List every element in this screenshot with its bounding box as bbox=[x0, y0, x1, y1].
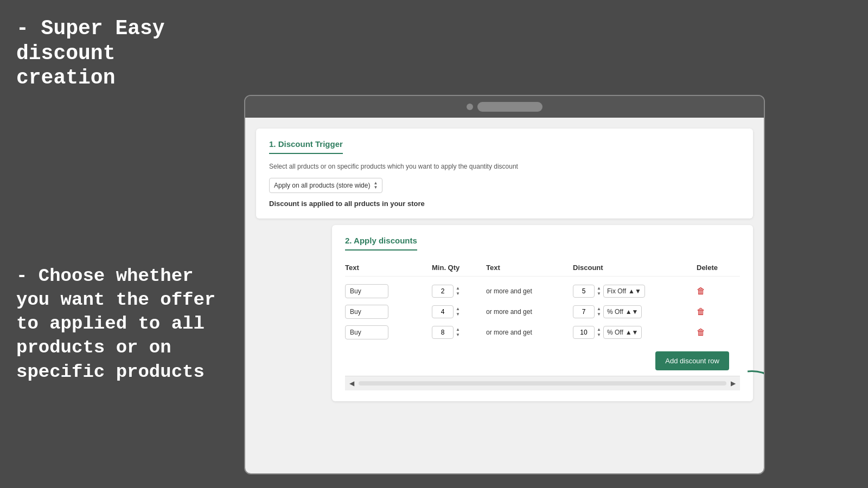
cell-discount-1: ▲▼ Fix Off ▲▼ bbox=[573, 285, 697, 298]
col-header-discount: Discount bbox=[573, 264, 697, 272]
table-row: ▲▼ or more and get ▲▼ % Off ▲▼ 🗑 bbox=[345, 322, 740, 343]
col-header-text2: Text bbox=[486, 264, 573, 272]
discount-type-select-1[interactable]: Fix Off ▲▼ bbox=[603, 285, 645, 298]
table-row: ▲▼ or more and get ▲▼ Fix Off ▲▼ 🗑 bbox=[345, 281, 740, 301]
section-apply-discounts: 2. Apply discounts Text Min. Qty Text Di… bbox=[332, 225, 753, 401]
scroll-track[interactable] bbox=[359, 381, 726, 386]
discount-arrows-3[interactable]: ▲▼ bbox=[597, 327, 601, 337]
scroll-right-arrow[interactable]: ▶ bbox=[731, 380, 736, 387]
cell-delete-1: 🗑 bbox=[697, 286, 740, 296]
discount-type-select-3[interactable]: % Off ▲▼ bbox=[603, 326, 642, 339]
cell-text-1: or more and get bbox=[486, 287, 573, 295]
buy-input-1[interactable] bbox=[345, 284, 388, 298]
qty-input-1[interactable] bbox=[432, 285, 454, 298]
table-header: Text Min. Qty Text Discount Delete bbox=[345, 259, 740, 277]
cell-delete-2: 🗑 bbox=[697, 307, 740, 317]
cell-discount-2: ▲▼ % Off ▲▼ bbox=[573, 305, 697, 318]
arrow-decoration-1 bbox=[742, 366, 764, 409]
discount-type-label-1: Fix Off bbox=[607, 287, 626, 295]
discount-type-arrow-3: ▲▼ bbox=[626, 329, 639, 336]
arrow-decoration-2 bbox=[289, 293, 332, 331]
qty-arrows-2[interactable]: ▲▼ bbox=[456, 306, 460, 317]
discount-num-3[interactable] bbox=[573, 326, 595, 339]
qty-arrows-1[interactable]: ▲▼ bbox=[456, 286, 460, 296]
discount-num-1[interactable] bbox=[573, 285, 595, 298]
col-header-delete: Delete bbox=[697, 264, 740, 272]
add-row-wrapper: Add discount row bbox=[345, 343, 740, 370]
section1-title: 1. Discount Trigger bbox=[269, 139, 343, 154]
section1-description: Select all prducts or on specific produc… bbox=[269, 163, 740, 170]
section-discount-trigger: 1. Discount Trigger Select all prducts o… bbox=[256, 129, 753, 219]
browser-window: 1. Discount Trigger Select all prducts o… bbox=[244, 95, 765, 474]
qty-arrows-3[interactable]: ▲▼ bbox=[456, 327, 460, 337]
cell-delete-3: 🗑 bbox=[697, 328, 740, 337]
browser-dot bbox=[467, 104, 473, 110]
cell-text-3: or more and get bbox=[486, 329, 573, 336]
discount-arrows-1[interactable]: ▲▼ bbox=[597, 286, 601, 296]
browser-bar bbox=[245, 96, 764, 118]
cell-buy-3 bbox=[345, 325, 432, 339]
cell-buy-2 bbox=[345, 305, 432, 319]
buy-input-3[interactable] bbox=[345, 325, 388, 339]
cell-discount-3: ▲▼ % Off ▲▼ bbox=[573, 326, 697, 339]
discount-type-label-2: % Off bbox=[607, 308, 623, 316]
cell-qty-3: ▲▼ bbox=[432, 326, 486, 339]
add-discount-row-button[interactable]: Add discount row bbox=[655, 351, 729, 370]
buy-input-2[interactable] bbox=[345, 305, 388, 319]
cell-qty-1: ▲▼ bbox=[432, 285, 486, 298]
discount-arrows-2[interactable]: ▲▼ bbox=[597, 306, 601, 317]
qty-input-3[interactable] bbox=[432, 326, 454, 339]
col-header-text: Text bbox=[345, 264, 432, 272]
discount-type-select-2[interactable]: % Off ▲▼ bbox=[603, 305, 642, 318]
delete-icon-1[interactable]: 🗑 bbox=[697, 286, 705, 296]
product-select-arrows: ▲▼ bbox=[373, 181, 378, 190]
headline: - Super Easy discount creation bbox=[16, 16, 222, 91]
delete-icon-3[interactable]: 🗑 bbox=[697, 328, 705, 337]
browser-content: 1. Discount Trigger Select all prducts o… bbox=[245, 118, 764, 473]
scroll-bar-row: ◀ ▶ bbox=[345, 376, 740, 390]
col-header-minqty: Min. Qty bbox=[432, 264, 486, 272]
discount-num-2[interactable] bbox=[573, 305, 595, 318]
discount-type-label-3: % Off bbox=[607, 329, 623, 336]
product-select-label: Apply on all products (store wide) bbox=[274, 182, 370, 189]
table-row: ▲▼ or more and get ▲▼ % Off ▲▼ 🗑 bbox=[345, 301, 740, 322]
scroll-left-arrow[interactable]: ◀ bbox=[349, 380, 354, 387]
cell-buy-1 bbox=[345, 284, 432, 298]
discount-applied-text: Discount is applied to all prducts in yo… bbox=[269, 200, 740, 208]
product-select-wrapper[interactable]: Apply on all products (store wide) ▲▼ bbox=[269, 178, 382, 193]
section2-title: 2. Apply discounts bbox=[345, 236, 417, 251]
browser-address-bar bbox=[477, 102, 542, 112]
discount-type-arrow-2: ▲▼ bbox=[626, 308, 639, 316]
subheadline: - Choose whether you want the offer to a… bbox=[16, 264, 222, 384]
qty-input-2[interactable] bbox=[432, 305, 454, 318]
cell-text-2: or more and get bbox=[486, 308, 573, 316]
cell-qty-2: ▲▼ bbox=[432, 305, 486, 318]
left-panel: - Super Easy discount creation - Choose … bbox=[16, 16, 222, 384]
delete-icon-2[interactable]: 🗑 bbox=[697, 307, 705, 316]
discount-type-arrow-1: ▲▼ bbox=[628, 287, 641, 295]
